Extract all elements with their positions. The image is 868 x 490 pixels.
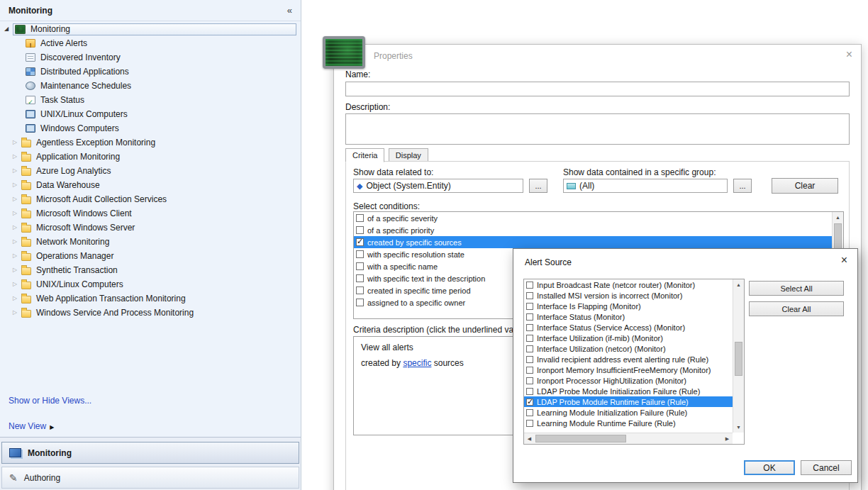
tree-folder-item[interactable]: Application Monitoring (0, 150, 301, 164)
tree-folder-item[interactable]: Microsoft Windows Server (0, 221, 301, 235)
clear-all-button[interactable]: Clear All (749, 301, 844, 316)
alert-source-row[interactable]: Input Broadcast Rate (netcor router) (Mo… (524, 279, 733, 290)
alert-source-row[interactable]: Interface Status (Monitor) (524, 311, 733, 322)
select-all-button[interactable]: Select All (749, 281, 844, 296)
scroll-right-icon[interactable]: ▶ (722, 433, 733, 444)
alert-source-row[interactable]: Invalid recipient address event alerting… (524, 354, 733, 364)
tree-folder-item[interactable]: Data Warehouse (0, 178, 301, 192)
tree-folder-item[interactable]: UNIX/Linux Computers (0, 277, 301, 291)
name-input[interactable] (345, 82, 850, 96)
tree-folder-item[interactable]: Web Application Transaction Monitoring (0, 291, 301, 306)
tree-root-monitoring[interactable]: Monitoring (0, 22, 301, 36)
tree-view-item[interactable]: Active Alerts (0, 36, 301, 50)
condition-row[interactable]: created by specific sources (354, 236, 832, 248)
checkbox[interactable] (526, 388, 533, 395)
checkbox[interactable] (356, 250, 364, 258)
alert-vertical-scrollbar[interactable]: ▲ ▼ (733, 279, 744, 433)
close-icon[interactable]: × (841, 255, 847, 266)
tree-folder-item[interactable]: Microsoft Windows Client (0, 206, 301, 221)
tree-view-item[interactable]: Windows Computers (0, 121, 301, 135)
alert-source-row[interactable]: LDAP Probe Module Runtime Failure (Rule) (524, 396, 733, 407)
checkbox[interactable] (526, 420, 533, 427)
scroll-up-icon[interactable]: ▲ (833, 212, 843, 223)
tree-folder-item[interactable]: Synthetic Transaction (0, 263, 301, 277)
expanded-arrow-icon[interactable] (4, 26, 13, 32)
alert-source-row[interactable]: Interface Utilization (netcor) (Monitor) (524, 343, 733, 354)
tree-view-item[interactable]: Distributed Applications (0, 65, 301, 79)
specific-sources-link[interactable]: specific (403, 358, 431, 368)
alert-source-row[interactable]: Learning Module Initialization Failure (… (524, 407, 733, 418)
checkbox[interactable] (356, 274, 364, 282)
tree-folder-item[interactable]: Windows Service And Process Monitoring (0, 306, 301, 320)
alert-source-row[interactable]: Interface Utilization (if-mib) (Monitor) (524, 333, 733, 343)
tab-criteria[interactable]: Criteria (345, 148, 384, 162)
collapsed-arrow-icon[interactable] (13, 168, 21, 174)
group-browse-button[interactable]: ... (733, 179, 752, 193)
collapsed-arrow-icon[interactable] (13, 196, 21, 202)
collapsed-arrow-icon[interactable] (13, 140, 21, 145)
scroll-up-icon[interactable]: ▲ (733, 279, 744, 290)
checkbox[interactable] (526, 303, 533, 310)
alert-source-row[interactable]: Ironport Memory InsufficientFreeMemory (… (524, 364, 733, 375)
checkbox[interactable] (526, 367, 533, 374)
new-view-link[interactable]: New View▶ (9, 421, 54, 431)
checkbox[interactable] (526, 377, 533, 384)
checkbox[interactable] (526, 399, 533, 406)
checkbox[interactable] (526, 282, 533, 289)
checkbox[interactable] (526, 292, 533, 299)
scroll-down-icon[interactable]: ▼ (733, 422, 744, 433)
collapsed-arrow-icon[interactable] (13, 310, 21, 316)
alert-source-row[interactable]: Learning Module Runtime Failure (Rule) (524, 418, 733, 428)
show-hide-views-link[interactable]: Show or Hide Views... (9, 396, 91, 406)
checkbox[interactable] (356, 286, 364, 294)
related-browse-button[interactable]: ... (529, 179, 547, 193)
checkbox[interactable] (356, 226, 364, 234)
close-icon[interactable]: × (846, 49, 852, 60)
scrollbar-thumb[interactable] (735, 342, 742, 376)
tree-folder-item[interactable]: Agentless Exception Monitoring (0, 135, 301, 150)
checkbox[interactable] (356, 238, 364, 246)
tree-view-item[interactable]: Maintenance Schedules (0, 79, 301, 93)
checkbox[interactable] (356, 299, 364, 306)
checkbox[interactable] (526, 356, 533, 363)
tree-folder-item[interactable]: Operations Manager (0, 249, 301, 263)
tree-view-item[interactable]: UNIX/Linux Computers (0, 107, 301, 121)
tree-folder-item[interactable]: Microsoft Audit Collection Services (0, 192, 301, 206)
collapsed-arrow-icon[interactable] (13, 267, 21, 273)
tree-folder-item[interactable]: Azure Log Analytics (0, 164, 301, 178)
checkbox[interactable] (526, 313, 533, 321)
tree-root-selection[interactable]: Monitoring (13, 23, 296, 35)
scroll-left-icon[interactable]: ◀ (524, 433, 535, 444)
description-input[interactable] (345, 113, 850, 145)
checkbox[interactable] (356, 262, 364, 270)
related-to-field[interactable]: ◆ Object (System.Entity) (353, 179, 523, 193)
alert-source-row[interactable]: Interface Is Flapping (Monitor) (524, 301, 733, 311)
collapse-sidebar-icon[interactable]: « (287, 5, 292, 16)
clear-button[interactable]: Clear (772, 178, 838, 194)
collapsed-arrow-icon[interactable] (13, 211, 21, 216)
cancel-button[interactable]: Cancel (801, 460, 852, 475)
tab-display[interactable]: Display (389, 148, 428, 162)
checkbox[interactable] (526, 324, 533, 331)
collapsed-arrow-icon[interactable] (13, 154, 21, 160)
scrollbar-thumb[interactable] (535, 435, 626, 442)
tree-view-item[interactable]: Discovered Inventory (0, 50, 301, 65)
checkbox[interactable] (526, 409, 533, 416)
collapsed-arrow-icon[interactable] (13, 253, 21, 259)
alert-source-row[interactable]: Ironport Processor HighUtilization (Moni… (524, 375, 733, 386)
checkbox[interactable] (356, 214, 364, 222)
collapsed-arrow-icon[interactable] (13, 282, 21, 287)
collapsed-arrow-icon[interactable] (13, 182, 21, 188)
checkbox[interactable] (526, 335, 533, 342)
condition-row[interactable]: of a specific severity (354, 212, 832, 224)
collapsed-arrow-icon[interactable] (13, 225, 21, 230)
checkbox[interactable] (526, 345, 533, 352)
nav-button-monitoring[interactable]: Monitoring (1, 442, 299, 464)
alert-source-row[interactable]: Interface Status (Service Access) (Monit… (524, 322, 733, 333)
alert-horizontal-scrollbar[interactable]: ◀ ▶ (524, 433, 733, 444)
tree-view-item[interactable]: Task Status (0, 93, 301, 107)
group-field[interactable]: (All) (563, 179, 728, 193)
nav-button-authoring[interactable]: Authoring (1, 467, 299, 489)
collapsed-arrow-icon[interactable] (13, 239, 21, 245)
collapsed-arrow-icon[interactable] (13, 296, 21, 301)
